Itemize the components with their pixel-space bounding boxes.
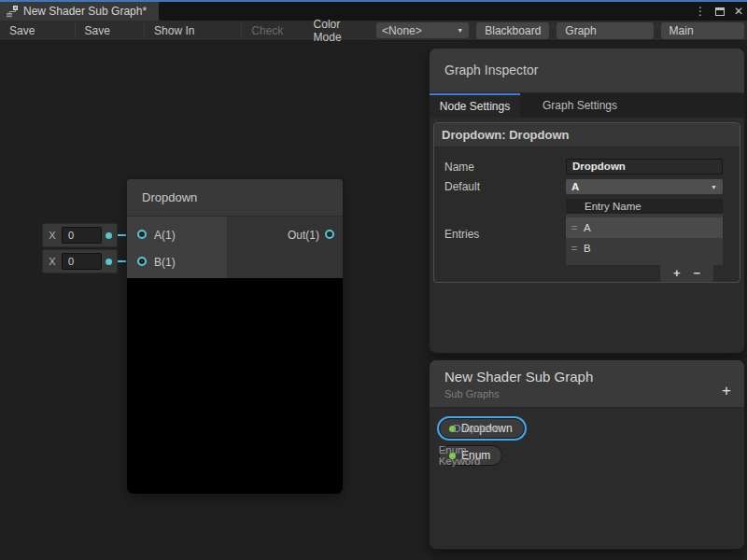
drag-handle-icon[interactable]: =: [568, 243, 581, 254]
property-type-label: Enum Keyword: [439, 444, 481, 467]
port-dot-icon[interactable]: [106, 232, 112, 239]
input-port-a[interactable]: [137, 230, 147, 239]
blackboard-toggle-button[interactable]: Blackboard: [476, 22, 549, 39]
name-input[interactable]: Dropdown: [566, 159, 723, 175]
blackboard-row-dropdown: Dropdown Dropdown: [439, 417, 525, 440]
graph-inspector-panel: Graph Inspector Node Settings Graph Sett…: [430, 49, 744, 353]
value-field[interactable]: 0: [62, 253, 102, 270]
input-widget-a: X 0: [42, 223, 118, 247]
add-property-button[interactable]: +: [722, 382, 731, 400]
property-type-label: Dropdown: [453, 423, 501, 434]
check-out-button: Check Out: [242, 21, 313, 41]
graph-inspector-toggle-button[interactable]: Graph Inspector: [557, 22, 653, 39]
axis-label: X: [43, 256, 62, 267]
entries-label: Entries: [444, 228, 479, 241]
document-tab-title: New Shader Sub Graph*: [23, 5, 147, 18]
node-input-section: A(1) B(1): [127, 217, 227, 278]
node-settings-box: Dropdown: Dropdown Name Dropdown Default…: [433, 122, 740, 283]
node-preview: [127, 278, 343, 494]
titlebar: New Shader Sub Graph* ⋮ ✕: [0, 2, 747, 21]
tab-graph-settings[interactable]: Graph Settings: [528, 93, 632, 118]
shader-graph-icon: [6, 5, 19, 18]
input-port-b[interactable]: [137, 257, 147, 266]
main-preview-toggle-button[interactable]: Main Preview: [661, 22, 744, 39]
tab-node-settings[interactable]: Node Settings: [430, 93, 520, 118]
save-asset-button[interactable]: Save Asset: [0, 21, 75, 41]
entries-list: = A = B: [566, 214, 723, 265]
entries-list-footer: + −: [660, 265, 713, 282]
save-as-button[interactable]: Save As...: [76, 21, 145, 41]
entry-name[interactable]: A: [584, 222, 591, 233]
blackboard-subtitle: Sub Graphs: [430, 385, 744, 399]
entry-name[interactable]: B: [584, 243, 591, 254]
default-label: Default: [444, 180, 480, 193]
chevron-down-icon: ▼: [457, 27, 463, 34]
default-dropdown-value: A: [571, 181, 579, 192]
maximize-icon[interactable]: [715, 7, 725, 16]
default-dropdown[interactable]: A ▼: [566, 179, 723, 194]
drag-handle-icon[interactable]: =: [568, 222, 581, 233]
color-mode-label: Color Mode: [314, 18, 371, 44]
blackboard-header[interactable]: New Shader Sub Graph Sub Graphs +: [430, 360, 744, 408]
color-mode-dropdown[interactable]: <None> ▼: [376, 22, 469, 38]
output-port-label: Out(1): [288, 229, 319, 242]
color-mode-value: <None>: [382, 24, 422, 37]
dropdown-node[interactable]: Dropdown A(1) B(1) Out(1): [127, 179, 343, 494]
value-field[interactable]: 0: [62, 227, 102, 244]
inspector-title: Graph Inspector: [430, 49, 744, 77]
entry-row-a[interactable]: = A: [566, 217, 723, 238]
chevron-down-icon: ▼: [711, 184, 717, 190]
port-dot-icon[interactable]: [106, 259, 112, 265]
settings-section-title: Dropdown: Dropdown: [434, 123, 740, 147]
window-menu-icon[interactable]: ⋮: [695, 5, 706, 18]
toolbar: Save Asset Save As... Show In Project Ch…: [0, 21, 747, 41]
axis-label: X: [43, 230, 62, 241]
entries-list-header: Entry Name: [566, 199, 723, 214]
input-widget-b: X 0: [42, 249, 118, 273]
entry-row-b[interactable]: = B: [566, 238, 723, 259]
blackboard-row-enum: Enum Enum Keyword: [439, 444, 502, 467]
show-in-project-button[interactable]: Show In Project: [145, 21, 241, 41]
blackboard-panel: New Shader Sub Graph Sub Graphs + Dropdo…: [430, 360, 744, 549]
inspector-header[interactable]: Graph Inspector: [430, 49, 744, 93]
output-port[interactable]: [325, 230, 334, 239]
add-entry-button[interactable]: +: [673, 265, 681, 282]
close-icon[interactable]: ✕: [734, 5, 743, 18]
document-tab[interactable]: New Shader Sub Graph*: [0, 2, 159, 21]
blackboard-title: New Shader Sub Graph: [430, 360, 744, 385]
remove-entry-button[interactable]: −: [694, 265, 701, 282]
node-output-section: Out(1): [227, 217, 343, 278]
inspector-tabstrip: Node Settings Graph Settings: [430, 93, 744, 118]
node-title[interactable]: Dropdown: [127, 179, 343, 217]
name-label: Name: [444, 161, 474, 174]
input-port-a-label: A(1): [154, 229, 176, 242]
input-port-b-label: B(1): [154, 256, 176, 269]
